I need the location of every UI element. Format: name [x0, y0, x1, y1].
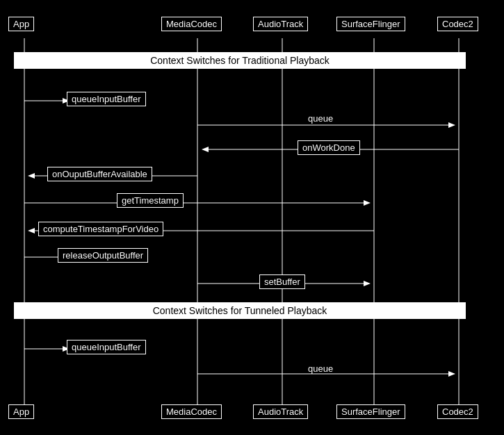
- header-audiotrack: AudioTrack: [253, 17, 308, 31]
- compute-timestamp-for-video: computeTimestampForVideo: [38, 222, 163, 236]
- header-mediacodec: MediaCodec: [161, 17, 222, 31]
- get-timestamp: getTimestamp: [117, 193, 184, 208]
- section1-bar: Context Switches for Traditional Playbac…: [14, 52, 466, 69]
- footer-codec2: Codec2: [437, 404, 478, 419]
- svg-marker-10: [202, 147, 209, 152]
- set-buffer: setBuffer: [259, 274, 305, 289]
- svg-marker-16: [28, 228, 35, 233]
- footer-surfaceflinger: SurfaceFlinger: [336, 404, 405, 419]
- queue-input-buffer-2: queueInputBuffer: [67, 340, 146, 354]
- svg-marker-12: [28, 173, 35, 179]
- header-codec2: Codec2: [437, 17, 478, 31]
- queue-input-buffer-1: queueInputBuffer: [67, 92, 146, 106]
- footer-audiotrack: AudioTrack: [253, 404, 308, 419]
- on-ouput-buffer-available: onOuputBufferAvailable: [47, 167, 152, 181]
- queue-2: queue: [308, 363, 333, 374]
- release-output-buffer: releaseOutputBuffer: [58, 248, 148, 263]
- svg-marker-24: [448, 371, 455, 377]
- header-app: App: [8, 17, 34, 31]
- on-work-done: onWorkDone: [298, 140, 360, 155]
- footer-mediacodec: MediaCodec: [161, 404, 222, 419]
- section2-bar: Context Switches for Tunneled Playback: [14, 302, 466, 319]
- svg-marker-8: [448, 122, 455, 128]
- header-surfaceflinger: SurfaceFlinger: [336, 17, 405, 31]
- svg-marker-20: [364, 281, 371, 286]
- queue-1: queue: [308, 113, 333, 124]
- footer-app: App: [8, 404, 34, 419]
- svg-marker-14: [364, 200, 371, 206]
- diagram: App MediaCodec AudioTrack SurfaceFlinger…: [0, 0, 504, 435]
